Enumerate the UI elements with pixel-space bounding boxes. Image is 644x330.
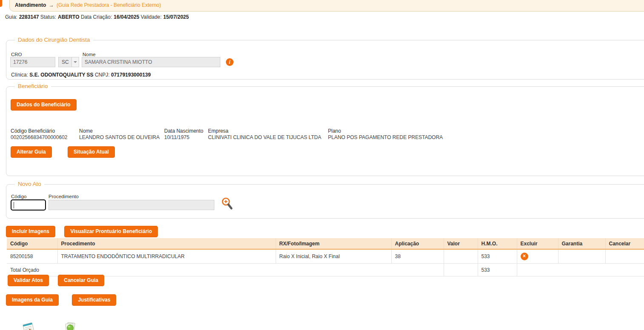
- table-header-row: Código Procedimento RX/Foto/Imagem Aplic…: [7, 238, 644, 249]
- cell-procedimento: TRATAMENTO ENDODÔNTICO MULTIRRADICULAR: [57, 249, 276, 264]
- empresa-value: CLINIVATI CLINICA DO VALE DE TIJUCAS LTD…: [208, 134, 321, 140]
- total-valor-cell: [444, 264, 478, 276]
- beneficiario-plano-col: Plano PLANO POS PAGAMENTO REDE PRESTADOR…: [328, 128, 443, 140]
- status-value: ABERTO: [58, 14, 79, 20]
- col-header-aplicacao: Aplicação: [391, 238, 444, 249]
- atos-table: Código Procedimento RX/Foto/Imagem Aplic…: [7, 238, 644, 276]
- edge-tab-decoration: [0, 0, 2, 7]
- nome-field: SAMARA CRISTINA MIOTTO: [82, 57, 220, 67]
- codigo-ato-label: Código: [11, 194, 26, 199]
- uf-value: SC: [59, 57, 71, 67]
- beneficiario-nome-value: LEANDRO SANTOS DE OLIVEIRA: [79, 134, 160, 140]
- delete-icon[interactable]: ×: [521, 253, 528, 260]
- procedimento-input: [48, 200, 214, 210]
- codigo-beneficiario-value: 00202566834700000602: [11, 134, 67, 140]
- fieldset-cirurgiao-dentista: Dados do Cirurgião Dentista CRO 17276 SC…: [6, 40, 644, 80]
- validade-label: Validade:: [141, 14, 162, 20]
- validar-atos-button[interactable]: Validar Atos: [8, 275, 49, 286]
- col-header-garantia: Garantia: [558, 238, 605, 249]
- total-empty-cell: [517, 264, 644, 276]
- table-total-row: Total Orçado 533: [7, 264, 644, 276]
- plano-label: Plano: [328, 128, 443, 134]
- fieldset-novo-ato-legend: Novo Ato: [15, 181, 44, 187]
- plano-value: PLANO POS PAGAMENTO REDE PRESTADORA: [328, 134, 443, 140]
- uf-select: SC: [58, 57, 79, 67]
- nome-label: Nome: [83, 52, 96, 57]
- fieldset-cirurgiao-legend: Dados do Cirurgião Dentista: [15, 37, 93, 43]
- data-nascimento-value: 10/11/1975: [164, 134, 203, 140]
- search-zoom-icon[interactable]: [221, 197, 234, 211]
- procedimento-label: Procedimento: [48, 194, 79, 199]
- cell-excluir: ×: [517, 249, 558, 264]
- col-header-valor: Valor: [444, 238, 478, 249]
- col-header-rx-foto-imagem: RX/Foto/Imagem: [276, 238, 391, 249]
- col-header-hmo: H.M.O.: [478, 238, 517, 249]
- cro-label: CRO: [11, 52, 22, 57]
- page: Atendimento → (Guia Rede Prestadora - Be…: [0, 0, 644, 330]
- clinica-line: Clínica: S.E. ODONTOQUALITY SS CNPJ: 071…: [11, 72, 151, 78]
- criacao-label: Data Criação:: [81, 14, 112, 20]
- chevron-down-icon: [71, 57, 79, 67]
- beneficiario-nascimento-col: Data Nascimento 10/11/1975: [164, 128, 203, 140]
- alterar-guia-button[interactable]: Alterar Guia: [11, 146, 52, 158]
- fieldset-novo-ato: Novo Ato Código Procedimento: [6, 184, 644, 219]
- fieldset-beneficiario: Beneficiário Dados do Beneficiário Códig…: [6, 86, 644, 176]
- data-nascimento-label: Data Nascimento: [164, 128, 203, 134]
- cell-hmo: 533: [478, 249, 517, 264]
- info-icon[interactable]: i: [226, 58, 234, 66]
- codigo-ato-input[interactable]: [11, 199, 46, 211]
- total-hmo-cell: 533: [478, 264, 517, 276]
- notepad-icon[interactable]: [21, 322, 36, 330]
- text-caret: [14, 202, 14, 208]
- cancelar-guia-button[interactable]: Cancelar Guia: [58, 275, 104, 286]
- justificativas-button[interactable]: Justificativas: [72, 294, 116, 306]
- cell-codigo: 85200158: [7, 249, 57, 264]
- guia-status-line: Guia:2283147 Status:ABERTO Data Criação:…: [5, 14, 189, 20]
- col-header-cancelar: Cancelar: [605, 238, 644, 249]
- imagens-da-guia-button[interactable]: Imagens da Guia: [6, 294, 59, 306]
- empresa-label: Empresa: [208, 128, 321, 134]
- clinica-value: S.E. ODONTOQUALITY SS: [29, 72, 93, 78]
- cro-field: 17276: [10, 57, 55, 67]
- beneficiario-nome-col: Nome LEANDRO SANTOS DE OLIVEIRA: [79, 128, 160, 140]
- cell-aplicacao: 38: [391, 249, 444, 264]
- cell-rx-foto-imagem: Raio X Inicial, Raio X Final: [276, 249, 391, 264]
- total-label-cell: Total Orçado: [7, 264, 444, 276]
- col-header-procedimento: Procedimento: [57, 238, 276, 249]
- visualizar-prontuario-button[interactable]: Visualizar Prontuário Beneficiário: [64, 226, 158, 237]
- incluir-imagens-button[interactable]: Incluir Imagens: [6, 226, 55, 237]
- breadcrumb-section: Atendimento: [15, 2, 46, 8]
- bottom-icons: [21, 322, 77, 330]
- col-header-excluir: Excluir: [517, 238, 558, 249]
- cell-valor: [444, 249, 478, 264]
- breadcrumb: Atendimento → (Guia Rede Prestadora - Be…: [9, 0, 644, 11]
- beneficiario-codigo-col: Código Beneficiário 00202566834700000602: [11, 128, 67, 140]
- codigo-beneficiario-label: Código Beneficiário: [11, 128, 67, 134]
- col-header-codigo: Código: [7, 238, 57, 249]
- breadcrumb-arrow-icon: →: [48, 2, 55, 8]
- fieldset-beneficiario-legend: Beneficiário: [15, 83, 51, 89]
- dados-beneficiario-button[interactable]: Dados do Beneficiário: [11, 99, 77, 111]
- situacao-atual-button[interactable]: Situação Atual: [68, 146, 115, 158]
- cnpj-label: CNPJ:: [95, 72, 110, 78]
- criacao-value: 16/04/2025: [114, 14, 139, 20]
- validade-value: 15/07/2025: [163, 14, 189, 20]
- clinica-label: Clínica:: [11, 72, 28, 78]
- guia-number: 2283147: [19, 14, 39, 20]
- breadcrumb-page[interactable]: (Guia Rede Prestadora - Beneficiário Ext…: [57, 2, 161, 8]
- table-row: 85200158 TRATAMENTO ENDODÔNTICO MULTIRRA…: [7, 249, 644, 264]
- status-label: Status:: [40, 14, 56, 20]
- guia-label: Guia:: [5, 14, 17, 20]
- beneficiario-nome-label: Nome: [79, 128, 160, 134]
- cell-garantia: [558, 249, 605, 264]
- cell-cancelar: [605, 249, 644, 264]
- images-icon[interactable]: [63, 322, 77, 330]
- cnpj-value: 07179193000139: [111, 72, 151, 78]
- beneficiario-empresa-col: Empresa CLINIVATI CLINICA DO VALE DE TIJ…: [208, 128, 321, 140]
